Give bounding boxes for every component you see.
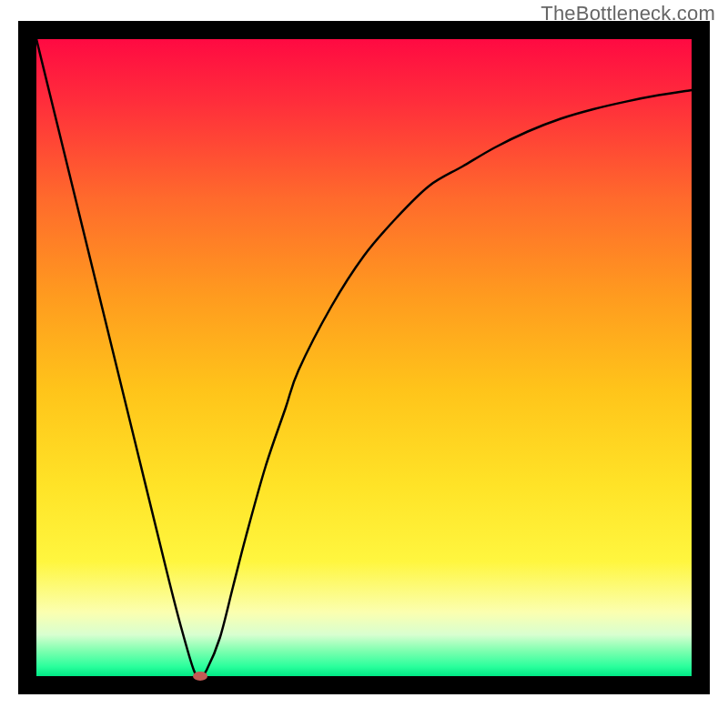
optimum-marker — [193, 672, 207, 681]
chart-container — [18, 21, 710, 694]
bottleneck-chart — [18, 21, 710, 694]
chart-plot-area — [36, 39, 692, 676]
